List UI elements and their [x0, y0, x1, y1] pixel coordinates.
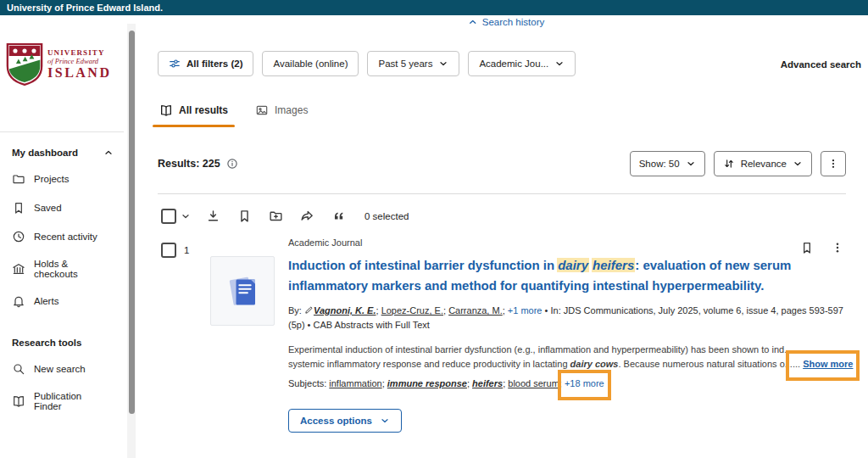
- tab-images[interactable]: Images: [253, 98, 309, 127]
- subject-link[interactable]: heifers: [472, 378, 503, 388]
- results-count-label: Results: 225: [158, 158, 220, 170]
- sort-label: Relevance: [741, 159, 787, 169]
- logo-line3: ISLAND: [47, 65, 111, 81]
- subject-link[interactable]: immune response: [387, 378, 467, 388]
- sidebar-item-label: Recent activity: [34, 232, 97, 242]
- sidebar-item-alerts[interactable]: Alerts: [0, 287, 124, 316]
- upei-logo[interactable]: UNIVERSITY of Prince Edward ISLAND: [6, 42, 111, 87]
- subject-link[interactable]: blood serum: [508, 378, 559, 388]
- available-online-label: Available (online): [273, 59, 348, 69]
- results-count: Results: 225: [158, 158, 238, 170]
- cite-button[interactable]: [330, 207, 348, 225]
- subject-link[interactable]: inflammation: [329, 378, 381, 388]
- sort-dropdown[interactable]: Relevance: [714, 151, 812, 176]
- source-info: • In: JDS Communications, July 2025, vol…: [542, 305, 843, 316]
- research-tools-section-label: Research tools: [0, 329, 124, 355]
- advanced-search-link[interactable]: Advanced search: [781, 59, 861, 70]
- chevron-down-icon: [554, 59, 565, 69]
- more-subjects-annotation-box: +18 more: [565, 377, 604, 390]
- available-online-filter[interactable]: Available (online): [262, 51, 359, 76]
- bell-icon: [12, 294, 25, 308]
- result-item: 1: [161, 237, 846, 458]
- tab-images-label: Images: [275, 104, 308, 116]
- result-content: Academic Journal Induction of intestinal…: [288, 237, 848, 433]
- filters-row: All filters (2) Available (online) Past …: [158, 51, 576, 76]
- result-thumbnail[interactable]: [210, 256, 275, 326]
- tab-all-results[interactable]: All results: [158, 98, 230, 127]
- publication-type: Academic Journal: [288, 237, 848, 248]
- chevron-down-icon: [380, 416, 390, 426]
- all-filters-button[interactable]: All filters (2): [158, 51, 253, 76]
- title-highlight: dairy: [557, 258, 589, 272]
- abstract-text: Experimental induction of intestinal bar…: [288, 344, 792, 355]
- title-highlight: heifers: [592, 258, 635, 272]
- subjects-label: Subjects:: [288, 378, 329, 388]
- share-button[interactable]: [298, 207, 316, 225]
- select-menu-chevron-icon[interactable]: [181, 211, 191, 221]
- result-checkbox[interactable]: [161, 243, 176, 258]
- bookmark-icon: [12, 201, 25, 215]
- search-history-label: Search history: [482, 17, 545, 27]
- more-subjects-link[interactable]: +18 more: [565, 378, 604, 388]
- info-icon[interactable]: [226, 158, 238, 170]
- book-icon: [159, 103, 173, 117]
- access-options-label: Access options: [300, 416, 372, 426]
- select-all-checkbox[interactable]: [161, 209, 176, 224]
- results-overflow-menu[interactable]: [821, 151, 846, 176]
- show-more-annotation-box: ... Show more: [793, 357, 854, 371]
- author-link[interactable]: Lopez-Cruz, E.: [381, 305, 443, 316]
- sidebar-item-new-search[interactable]: New search: [0, 355, 124, 383]
- by-label: By:: [288, 305, 304, 316]
- abstract-text: . Because numerous natural situations o.…: [618, 359, 792, 369]
- chevron-down-icon: [686, 159, 696, 169]
- sidebar-item-label: Saved: [34, 203, 62, 213]
- sidebar-item-holds-checkouts[interactable]: Holds & checkouts: [0, 251, 124, 287]
- scrollbar-track[interactable]: [127, 24, 136, 458]
- sidebar-item-label: Alerts: [34, 296, 58, 306]
- show-per-page-dropdown[interactable]: Show: 50: [630, 151, 705, 176]
- sidebar-item-saved[interactable]: Saved: [0, 193, 124, 222]
- author-link[interactable]: Vagnoni, K. E.: [314, 305, 376, 316]
- author-link[interactable]: Carranza, M.: [448, 305, 503, 316]
- abstract-match-term: dairy cows: [570, 359, 619, 369]
- add-to-project-button[interactable]: [267, 207, 285, 225]
- quote-icon: [331, 209, 346, 223]
- bulk-actions-toolbar: 0 selected: [161, 207, 409, 225]
- result-title-link[interactable]: Induction of intestinal barrier dysfunct…: [288, 255, 831, 296]
- folder-icon: [12, 172, 25, 186]
- title-text: Induction of intestinal barrier dysfunct…: [288, 258, 554, 272]
- kebab-menu-icon: [827, 158, 839, 170]
- sidebar-item-projects[interactable]: Projects: [0, 165, 124, 193]
- document-illustration-icon: [218, 265, 267, 316]
- chevron-up-icon: [103, 148, 114, 158]
- sidebar-item-recent-activity[interactable]: Recent activity: [0, 222, 124, 251]
- result-abstract: Experimental induction of intestinal bar…: [288, 343, 848, 371]
- main-content: Search history All filters (2) Available…: [144, 15, 868, 458]
- open-book-icon: [12, 394, 25, 408]
- institution-bar: University of Prince Edward Island.: [0, 0, 868, 15]
- access-options-button[interactable]: Access options: [288, 409, 402, 433]
- result-subjects: Subjects: inflammation; immune response;…: [288, 377, 848, 390]
- folder-plus-icon: [269, 209, 283, 223]
- academic-journal-filter[interactable]: Academic Jou...: [468, 51, 576, 76]
- result-byline: By: Vagnoni, K. E.; Lopez-Cruz, E.; Carr…: [288, 304, 848, 317]
- history-icon: [12, 230, 25, 243]
- sidebar-divider: [0, 131, 124, 132]
- selected-count: 0 selected: [364, 211, 409, 221]
- upei-logo-text: UNIVERSITY of Prince Edward ISLAND: [47, 48, 111, 81]
- show-more-link[interactable]: Show more: [803, 359, 853, 369]
- result-select: 1: [161, 243, 189, 258]
- search-history-toggle[interactable]: Search history: [468, 17, 545, 27]
- download-button[interactable]: [204, 207, 222, 225]
- past-5-years-filter[interactable]: Past 5 years: [367, 51, 459, 76]
- more-authors-link[interactable]: +1 more: [508, 305, 542, 316]
- show-per-page-label: Show: 50: [639, 159, 680, 169]
- scrollbar-thumb[interactable]: [129, 31, 135, 414]
- save-bookmark-button[interactable]: [236, 207, 253, 225]
- result-byline-line2: (5p) • CAB Abstracts with Full Text: [288, 318, 848, 332]
- results-bar: Results: 225 Show: 50 Relevance: [158, 151, 846, 176]
- author-pen-icon: [304, 305, 314, 315]
- sidebar-item-publication-finder[interactable]: Publication Finder: [0, 383, 124, 419]
- dashboard-section-toggle[interactable]: My dashboard: [0, 139, 124, 165]
- sidebar: UNIVERSITY of Prince Edward ISLAND My da…: [0, 15, 127, 458]
